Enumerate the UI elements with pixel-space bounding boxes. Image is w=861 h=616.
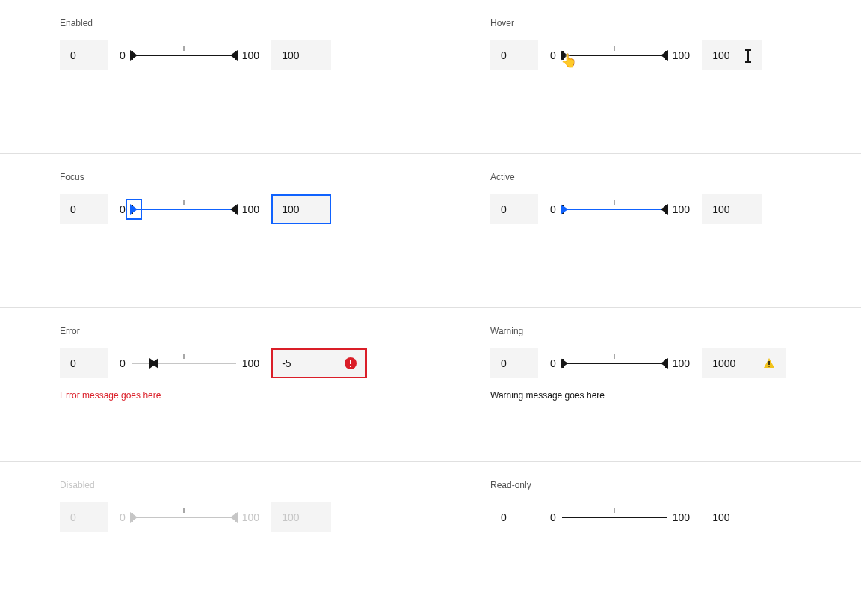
max-tick-label: 100 (673, 511, 690, 523)
min-tick-label: 0 (550, 357, 556, 369)
max-tick-label: 100 (242, 511, 259, 523)
range-slider[interactable]: 0 👆 100 (550, 48, 690, 63)
error-message: Error message goes here (60, 390, 400, 401)
triangle-left-icon (151, 358, 158, 369)
state-label: Disabled (60, 480, 400, 490)
max-input: 100 (271, 502, 331, 532)
triangle-right-icon (561, 204, 568, 215)
triangle-left-icon (661, 358, 668, 369)
error-filled-icon (345, 357, 357, 369)
min-input[interactable]: 0 (490, 348, 538, 378)
svg-rect-1 (768, 366, 770, 367)
range-slider[interactable]: 0 100 (120, 48, 259, 63)
slider-row: 0 0 100 100 (60, 502, 400, 532)
min-tick-label: 0 (120, 203, 126, 215)
state-warning: Warning 0 0 100 1000 (430, 308, 861, 462)
min-input[interactable]: 0 (490, 40, 538, 70)
min-tick-label: 0 (120, 49, 126, 61)
slider-track (562, 510, 667, 525)
triangle-left-icon (230, 50, 238, 61)
triangle-right-icon (130, 50, 138, 61)
state-label: Active (490, 172, 831, 182)
slider-track[interactable] (132, 356, 236, 371)
triangle-left-icon (230, 512, 238, 523)
min-tick-label: 0 (550, 511, 556, 523)
state-label: Focus (60, 172, 400, 182)
state-enabled: Enabled 0 0 100 100 (0, 0, 430, 154)
range-slider: 0 100 (120, 510, 259, 525)
range-slider[interactable]: 0 100 (550, 356, 690, 371)
min-input[interactable]: 0 (60, 40, 108, 70)
slider-track[interactable] (132, 48, 236, 63)
cursor-text-icon (745, 49, 751, 63)
max-tick-label: 100 (673, 49, 690, 61)
max-tick-label: 100 (242, 357, 259, 369)
max-input[interactable]: 100 (271, 194, 331, 224)
max-input[interactable]: 100 (271, 40, 331, 70)
min-tick-label: 0 (120, 357, 126, 369)
max-input[interactable]: 1000 (702, 348, 786, 378)
range-slider[interactable]: 0 100 (120, 356, 259, 371)
max-input[interactable]: 100 (702, 40, 762, 70)
max-input[interactable]: 100 (702, 194, 762, 224)
state-label: Warning (490, 326, 831, 336)
svg-rect-0 (768, 361, 770, 365)
slider-row: 0 0 100 1000 (490, 348, 831, 378)
triangle-left-icon (661, 50, 668, 61)
state-label: Enabled (60, 18, 400, 28)
min-input: 0 (490, 502, 538, 532)
slider-row: 0 0 👆 100 100 (490, 40, 831, 70)
max-input: 100 (702, 502, 762, 532)
max-tick-label: 100 (242, 49, 259, 61)
min-input: 0 (60, 502, 108, 532)
state-active: Active 0 0 100 100 (430, 154, 861, 308)
slider-row: 0 0 100 100 (490, 194, 831, 224)
max-tick-label: 100 (673, 357, 690, 369)
min-tick-label: 0 (120, 511, 126, 523)
triangle-right-icon (561, 358, 568, 369)
max-tick-label: 100 (242, 203, 259, 215)
slider-row: 0 0 100 100 (60, 40, 400, 70)
warning-filled-icon (763, 357, 775, 369)
warning-message: Warning message goes here (490, 390, 831, 401)
max-input[interactable]: -5 (271, 348, 367, 378)
triangle-left-icon (661, 204, 668, 215)
slider-track[interactable]: 👆 (562, 48, 667, 63)
triangle-right-icon (130, 204, 138, 215)
min-input[interactable]: 0 (60, 348, 108, 378)
slider-row: 0 0 100 -5 (60, 348, 400, 378)
triangle-right-icon (130, 512, 138, 523)
state-label: Error (60, 326, 400, 336)
state-hover: Hover 0 0 👆 100 100 (430, 0, 861, 154)
slider-row: 0 0 100 100 (490, 502, 831, 532)
triangle-right-icon (561, 50, 568, 61)
min-tick-label: 0 (550, 203, 556, 215)
state-label: Hover (490, 18, 831, 28)
slider-row: 0 0 100 100 (60, 194, 400, 224)
state-error: Error 0 0 100 -5 Error message goes here (0, 308, 430, 462)
max-tick-label: 100 (673, 203, 690, 215)
triangle-left-icon (230, 204, 238, 215)
slider-track[interactable] (562, 356, 667, 371)
state-label: Read-only (490, 480, 831, 490)
slider-track[interactable] (132, 202, 236, 217)
min-tick-label: 0 (550, 49, 556, 61)
slider-track (132, 510, 236, 525)
min-input[interactable]: 0 (60, 194, 108, 224)
range-slider[interactable]: 0 100 (550, 202, 690, 217)
min-input[interactable]: 0 (490, 194, 538, 224)
state-focus: Focus 0 0 100 100 (0, 154, 430, 308)
slider-track[interactable] (562, 202, 667, 217)
range-slider: 0 100 (550, 510, 690, 525)
range-slider[interactable]: 0 100 (120, 202, 259, 217)
state-disabled: Disabled 0 0 100 100 (0, 462, 430, 616)
state-readonly: Read-only 0 0 100 100 (430, 462, 861, 616)
